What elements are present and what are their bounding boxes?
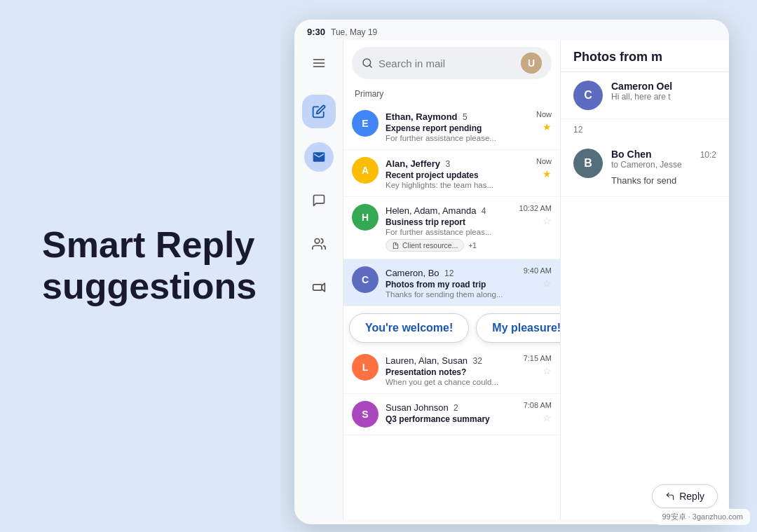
- detail-reply-row: B Bo Chen 10:2 to Cameron, Jesse Thanks …: [561, 140, 729, 197]
- smart-reply-bar: You're welcome! My pleasure! Looks grea.…: [343, 306, 560, 347]
- email-time: 10:32 AM: [519, 204, 552, 212]
- star-empty-icon[interactable]: ☆: [543, 278, 552, 289]
- detail-reply-sender: Bo Chen: [611, 149, 652, 160]
- detail-reply-time: 10:2: [700, 150, 716, 160]
- email-meta-right: Now ★: [533, 157, 552, 179]
- search-placeholder: Search in mail: [378, 57, 515, 69]
- sender-avatar: S: [352, 401, 378, 428]
- date-divider: 12: [561, 119, 729, 140]
- email-meta-right: 10:32 AM ☆: [517, 204, 552, 226]
- reply-button[interactable]: Reply: [652, 484, 718, 508]
- star-icon[interactable]: ★: [543, 121, 552, 132]
- email-preview: For further assistance pleas...: [386, 228, 517, 236]
- star-empty-icon[interactable]: ☆: [543, 215, 552, 226]
- email-subject: Presentation notes?: [386, 367, 521, 377]
- email-sender: Cameron, Bo: [386, 268, 439, 278]
- email-count: 12: [444, 268, 453, 278]
- email-row[interactable]: C Cameron, Bo 12 Photos from my road tri…: [343, 259, 560, 306]
- email-time: 7:15 AM: [524, 354, 552, 362]
- email-subject: Q3 performance summary: [386, 414, 521, 424]
- svg-point-3: [315, 239, 320, 244]
- watermark: 99安卓 · 3ganzhuo.com: [655, 509, 750, 525]
- device-wrapper: 9:30 Tue, May 19: [280, 0, 757, 532]
- sidebar: [294, 40, 343, 519]
- smart-reply-chip-1[interactable]: You're welcome!: [349, 313, 469, 343]
- email-sender: Lauren, Alan, Susan: [386, 355, 468, 366]
- search-bar[interactable]: Search in mail U: [352, 47, 552, 79]
- detail-to: Hi all, here are t: [611, 92, 714, 102]
- email-content: Ethan, Raymond 5 Expense report pending …: [386, 110, 533, 142]
- nav-contacts-icon[interactable]: [304, 229, 334, 259]
- email-meta-right: 7:15 AM ☆: [521, 354, 552, 376]
- status-time: 9:30: [307, 27, 325, 37]
- search-icon: [362, 57, 373, 69]
- star-empty-icon[interactable]: ☆: [543, 412, 552, 423]
- reply-section: Reply: [652, 484, 718, 508]
- email-count: 5: [463, 112, 468, 122]
- email-count: 32: [473, 356, 482, 366]
- nav-chat-icon[interactable]: [304, 186, 334, 215]
- sender-avatar: C: [352, 266, 378, 293]
- detail-email-row: C Cameron Oel Hi all, here are t: [561, 72, 729, 119]
- email-time: 9:40 AM: [524, 266, 552, 275]
- svg-rect-4: [313, 285, 322, 290]
- email-preview: Key highlights: the team has...: [386, 181, 533, 189]
- email-row[interactable]: S Susan Johnson 2 Q3 performance summary…: [343, 394, 560, 435]
- sender-avatar: L: [352, 354, 378, 381]
- app-layout: Search in mail U Primary E Ethan, Raymon…: [294, 40, 729, 519]
- email-meta-right: 9:40 AM ☆: [521, 266, 552, 289]
- email-content: Alan, Jeffery 3 Recent project updates K…: [386, 157, 533, 189]
- email-sender: Ethan, Raymond: [386, 111, 458, 122]
- reply-button-label: Reply: [679, 491, 704, 502]
- smart-reply-chip-2[interactable]: My pleasure!: [476, 313, 561, 343]
- email-meta-right: 7:08 AM ☆: [521, 401, 552, 423]
- svg-marker-5: [322, 283, 325, 292]
- detail-reply-body: Bo Chen 10:2 to Cameron, Jesse Thanks fo…: [611, 149, 716, 188]
- email-row[interactable]: H Helen, Adam, Amanda 4 Business trip re…: [343, 197, 560, 259]
- email-preview: Thanks for sending them along...: [386, 290, 521, 299]
- email-sender: Susan Johnson: [386, 402, 449, 413]
- email-row[interactable]: E Ethan, Raymond 5 Expense report pendin…: [343, 103, 560, 150]
- detail-reply-text: Thanks for send: [611, 174, 716, 188]
- email-time: 7:08 AM: [524, 401, 552, 409]
- hero-section: Smart Reply suggestions: [42, 224, 280, 308]
- compose-button[interactable]: [302, 95, 336, 128]
- email-sender: Alan, Jeffery: [386, 158, 440, 169]
- email-content: Cameron, Bo 12 Photos from my road trip …: [386, 266, 521, 299]
- sender-avatar: E: [352, 110, 378, 137]
- email-row[interactable]: A Alan, Jeffery 3 Recent project updates…: [343, 150, 560, 197]
- email-detail-panel: Photos from m C Cameron Oel Hi all, here…: [561, 40, 729, 519]
- detail-email-body: Cameron Oel Hi all, here are t: [611, 81, 714, 102]
- detail-reply-avatar: B: [573, 149, 603, 178]
- section-primary-label: Primary: [343, 86, 560, 103]
- email-chips: Client resource... +1: [386, 239, 517, 252]
- email-content: Lauren, Alan, Susan 32 Presentation note…: [386, 354, 521, 386]
- email-content: Susan Johnson 2 Q3 performance summary: [386, 401, 521, 425]
- sender-avatar: A: [352, 157, 378, 184]
- star-empty-icon[interactable]: ☆: [543, 365, 552, 376]
- nav-mail-icon[interactable]: [304, 142, 334, 172]
- star-icon[interactable]: ★: [543, 168, 552, 179]
- email-subject: Recent project updates: [386, 170, 533, 180]
- email-meta-right: Now ★: [533, 110, 552, 132]
- sender-avatar: H: [352, 204, 378, 231]
- hero-title: Smart Reply suggestions: [42, 224, 280, 308]
- email-chip: Client resource...: [386, 239, 464, 252]
- email-count: 2: [453, 403, 458, 413]
- email-list-panel: Search in mail U Primary E Ethan, Raymon…: [343, 40, 561, 519]
- detail-title: Photos from m: [573, 50, 716, 64]
- email-subject: Expense report pending: [386, 123, 533, 133]
- email-preview: For further assistance please...: [386, 134, 533, 142]
- tablet-device: 9:30 Tue, May 19: [294, 20, 729, 524]
- status-bar: 9:30 Tue, May 19: [294, 20, 729, 40]
- status-date: Tue, May 19: [331, 27, 377, 37]
- email-sender: Helen, Adam, Amanda: [386, 205, 476, 216]
- chip-plus: +1: [468, 242, 476, 250]
- detail-header: Photos from m: [561, 40, 729, 72]
- email-time: Now: [536, 110, 552, 118]
- user-avatar[interactable]: U: [521, 53, 542, 74]
- nav-video-icon[interactable]: [304, 273, 334, 302]
- email-row[interactable]: L Lauren, Alan, Susan 32 Presentation no…: [343, 347, 560, 394]
- menu-icon[interactable]: [304, 48, 334, 78]
- detail-sender-avatar: C: [573, 81, 603, 110]
